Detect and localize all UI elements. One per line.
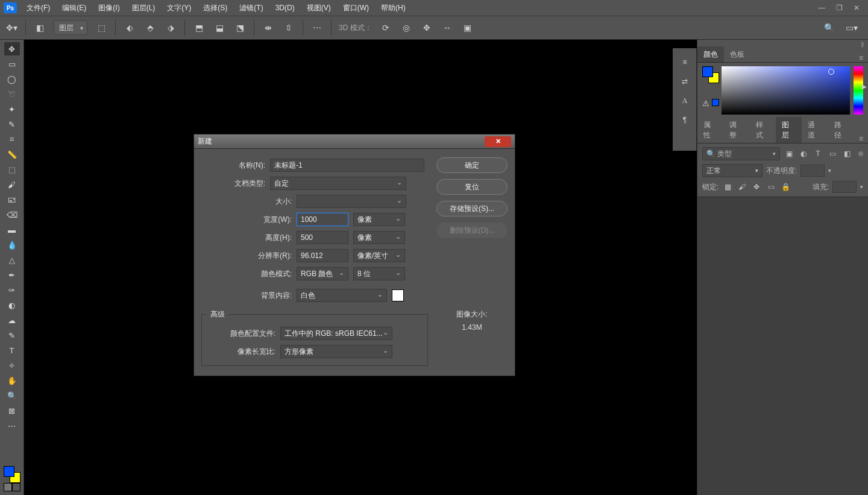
preset-combo[interactable]: 自定 (270, 177, 406, 190)
resolution-unit-combo[interactable]: 像素/英寸 (353, 249, 405, 262)
eyedropper-tool[interactable]: ✎ (4, 118, 20, 131)
more-align-icon[interactable]: ⋯ (310, 21, 324, 34)
fill-field[interactable] (832, 181, 857, 193)
dialog-titlebar[interactable]: 新建 ✕ (194, 134, 515, 149)
auto-select-icon[interactable]: ◧ (33, 21, 46, 34)
lock-pixels-icon[interactable]: ▦ (722, 181, 733, 192)
shape-filter-icon[interactable]: ▭ (827, 148, 838, 159)
window-minimize-button[interactable]: — (818, 4, 825, 12)
width-field[interactable] (297, 213, 348, 226)
panel-foreground-swatch[interactable] (702, 66, 713, 77)
background-swatch[interactable] (392, 289, 404, 301)
orbit-3d-icon[interactable]: ⟳ (379, 21, 392, 34)
filter-toggle[interactable] (858, 151, 863, 156)
zoom-tool[interactable]: 🔍 (4, 389, 20, 402)
workspace-switch-icon[interactable]: ▭▾ (845, 21, 858, 34)
path-tool[interactable]: ✎ (4, 329, 20, 342)
smart-filter-icon[interactable]: ◧ (841, 148, 852, 159)
menu-window[interactable]: 窗口(W) (337, 0, 375, 16)
distribute-h-icon[interactable]: ⇼ (262, 21, 275, 34)
align-vcenter-icon[interactable]: ⬓ (213, 21, 226, 34)
ruler-tool[interactable]: 📏 (4, 148, 20, 161)
dialog-close-button[interactable]: ✕ (485, 136, 511, 147)
gamut-swatch[interactable] (712, 99, 719, 106)
auto-select-combo[interactable]: 图层 (54, 20, 87, 35)
lock-image-icon[interactable]: ▭ (766, 181, 776, 192)
lasso-tool[interactable]: ➰ (4, 87, 20, 101)
crop-tool[interactable]: ⌗ (4, 133, 20, 146)
adjust-icon[interactable]: ⇄ (673, 74, 697, 89)
glyphs-icon[interactable]: ¶ (673, 112, 697, 128)
opacity-field[interactable] (800, 165, 825, 177)
align-hcenter-icon[interactable]: ⬘ (143, 21, 157, 34)
magic-wand-tool[interactable]: ✦ (4, 102, 20, 116)
tab-properties[interactable]: 属性 (697, 117, 723, 143)
blur-tool[interactable]: 💧 (4, 238, 20, 251)
move-tool[interactable]: ✥ (4, 42, 20, 55)
brush-tool[interactable]: 🖌 (4, 178, 20, 191)
tab-color[interactable]: 颜色 (697, 46, 724, 62)
tab-channels[interactable]: 通道 (802, 117, 828, 143)
marquee-rect-tool[interactable]: ▭ (4, 57, 20, 71)
color-swatches[interactable] (4, 466, 20, 483)
sponge-tool[interactable]: ☁ (4, 314, 20, 327)
menu-layer[interactable]: 图层(L) (126, 0, 162, 16)
zoom-3d-icon[interactable]: ▣ (461, 21, 474, 34)
chevron-down-icon[interactable]: ▾ (860, 184, 863, 190)
blend-mode-combo[interactable]: 正常 (702, 164, 763, 177)
type-tool[interactable]: T (4, 344, 20, 357)
color-panel-menu-icon[interactable]: ≡ (854, 54, 868, 62)
distribute-v-icon[interactable]: ⇳ (282, 21, 295, 34)
gradient-tool[interactable]: ▬ (4, 223, 20, 236)
sharpen-tool[interactable]: △ (4, 253, 20, 266)
color-profile-combo[interactable]: 工作中的 RGB: sRGB IEC61... (280, 327, 392, 340)
menu-view[interactable]: 视图(V) (301, 0, 337, 16)
paragraph-icon[interactable]: A (673, 93, 697, 109)
artboard-tool[interactable]: ⊠ (4, 404, 20, 417)
menu-type[interactable]: 文字(Y) (161, 0, 197, 16)
ok-button[interactable]: 确定 (436, 157, 508, 173)
shape-tool[interactable]: ✧ (4, 359, 20, 372)
transform-controls-icon[interactable]: ⬚ (95, 21, 108, 34)
tab-paths[interactable]: 路径 (828, 117, 854, 143)
stamp-tool[interactable]: 🖃 (4, 193, 20, 206)
menu-help[interactable]: 帮助(H) (375, 0, 412, 16)
save-preset-button[interactable]: 存储预设(S)... (436, 201, 508, 216)
align-right-icon[interactable]: ⬗ (164, 21, 177, 34)
color-field[interactable] (722, 66, 850, 115)
bit-depth-combo[interactable]: 8 位 (353, 267, 405, 280)
menu-image[interactable]: 图像(I) (92, 0, 125, 16)
background-combo[interactable]: 白色 (297, 289, 387, 302)
name-field[interactable] (270, 159, 424, 172)
align-left-icon[interactable]: ⬖ (123, 21, 136, 34)
pan-3d-icon[interactable]: ✥ (420, 21, 433, 34)
tab-layers[interactable]: 图层 (776, 117, 802, 143)
search-icon[interactable]: 🔍 (822, 21, 835, 34)
chevron-down-icon[interactable]: ▾ (828, 168, 831, 174)
resolution-field[interactable] (297, 249, 348, 262)
more-tools[interactable]: ⋯ (4, 419, 20, 432)
pixel-ratio-combo[interactable]: 方形像素 (280, 345, 392, 358)
foreground-swatch[interactable] (4, 466, 14, 477)
roll-3d-icon[interactable]: ◎ (400, 21, 413, 34)
collapse-arrows-icon[interactable]: ⟫ (861, 41, 864, 48)
adjustment-filter-icon[interactable]: ◐ (798, 148, 809, 159)
tab-adjustments[interactable]: 调整 (723, 117, 749, 143)
hue-slider[interactable]: ▶ (854, 66, 863, 115)
menu-file[interactable]: 文件(F) (20, 0, 56, 16)
move-tool-icon[interactable]: ✥▾ (5, 21, 18, 34)
quickmask-toggle[interactable] (4, 483, 20, 491)
lock-all-icon[interactable]: 🔒 (780, 181, 791, 192)
layers-panel-menu-icon[interactable]: ≡ (854, 134, 868, 143)
pen-tool[interactable]: ✒ (4, 268, 20, 282)
brush-presets-icon[interactable]: ≡ (673, 54, 697, 70)
align-bottom-icon[interactable]: ⬔ (233, 21, 247, 34)
type-filter-icon[interactable]: T (813, 148, 823, 159)
frame-tool[interactable]: ⬚ (4, 163, 20, 176)
window-close-button[interactable]: ✕ (854, 4, 860, 12)
color-swatch-pair[interactable]: ⚠ (702, 66, 718, 110)
window-maximize-button[interactable]: ❐ (836, 4, 843, 12)
menu-filter[interactable]: 滤镜(T) (233, 0, 269, 16)
cancel-button[interactable]: 复位 (436, 179, 508, 195)
height-unit-combo[interactable]: 像素 (353, 231, 405, 244)
